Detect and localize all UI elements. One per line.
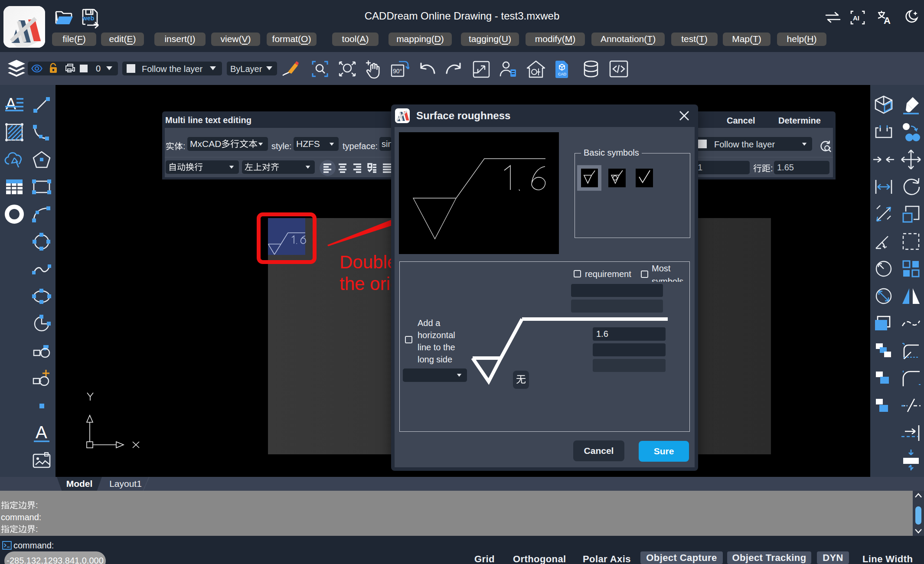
svg-text:A: A [884, 15, 891, 25]
svg-text:AI: AI [853, 14, 859, 22]
svg-text:CAD: CAD [558, 72, 567, 76]
svg-text:90°: 90° [393, 68, 402, 75]
svg-text:A: A [36, 423, 47, 442]
